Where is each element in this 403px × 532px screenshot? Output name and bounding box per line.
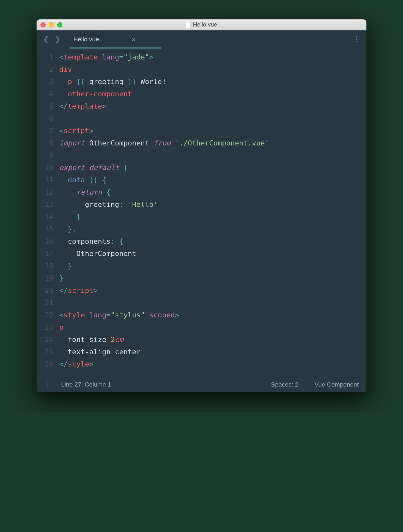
line-number: 2 — [37, 63, 53, 76]
document-icon — [186, 22, 191, 28]
code-line[interactable]: return { — [59, 186, 366, 198]
line-number: 16 — [37, 235, 53, 248]
line-number: 3 — [37, 76, 53, 88]
code-line[interactable]: text-align center — [59, 346, 366, 358]
code-line[interactable]: import OtherComponent from './OtherCompo… — [59, 137, 366, 149]
tab-active-indicator — [70, 48, 161, 48]
code-line[interactable] — [59, 112, 366, 125]
syntax-mode[interactable]: Vue Component — [314, 381, 359, 388]
window-title-text: Hello.vue — [193, 21, 217, 28]
code-line[interactable]: components: { — [59, 235, 366, 248]
tab-hello-vue[interactable]: Hello.vue × — [70, 30, 139, 48]
line-number: 23 — [37, 321, 53, 334]
indent-setting[interactable]: Spaces: 2 — [271, 381, 299, 388]
minimize-window-button[interactable] — [49, 22, 54, 27]
code-line[interactable]: p — [59, 321, 366, 334]
line-number: 9 — [37, 149, 53, 162]
code-line[interactable]: </script> — [59, 284, 366, 297]
code-content[interactable]: <template lang="jade">div p {{ greeting … — [59, 51, 366, 370]
code-line[interactable]: </style> — [59, 358, 366, 370]
code-line[interactable]: }, — [59, 223, 366, 235]
line-number: 10 — [37, 162, 53, 174]
line-number: 6 — [37, 112, 53, 125]
line-number: 26 — [37, 358, 53, 370]
line-number: 13 — [37, 198, 53, 211]
line-gutter: 1234567891011121314151617181920212223242… — [37, 51, 59, 370]
more-menu-icon[interactable]: ⋮ — [353, 35, 360, 44]
code-line[interactable]: greeting: 'Hello' — [59, 198, 366, 211]
code-line[interactable]: <script> — [59, 125, 366, 137]
tab-label: Hello.vue — [73, 36, 99, 43]
code-editor[interactable]: 1234567891011121314151617181920212223242… — [37, 48, 366, 377]
nav-arrows: ❮ ❯ — [43, 35, 60, 44]
tab-bar: ❮ ❯ Hello.vue × ⋮ — [37, 30, 366, 48]
line-number: 21 — [37, 297, 53, 309]
line-number: 11 — [37, 174, 53, 186]
status-more-icon[interactable]: ⋮ — [44, 380, 51, 389]
code-line[interactable]: data () { — [59, 174, 366, 186]
code-line[interactable]: div — [59, 63, 366, 76]
line-number: 1 — [37, 51, 53, 63]
code-line[interactable]: } — [59, 211, 366, 223]
code-line[interactable]: </template> — [59, 100, 366, 112]
code-line[interactable] — [59, 297, 366, 309]
line-number: 19 — [37, 272, 53, 284]
line-number: 12 — [37, 186, 53, 198]
code-line[interactable]: } — [59, 272, 366, 284]
code-line[interactable]: other-component — [59, 88, 366, 100]
line-number: 17 — [37, 248, 53, 260]
code-line[interactable]: font-size 2em — [59, 334, 366, 346]
titlebar: Hello.vue — [37, 19, 366, 30]
nav-back-icon[interactable]: ❮ — [43, 35, 49, 44]
code-line[interactable]: } — [59, 260, 366, 272]
code-line[interactable]: <template lang="jade"> — [59, 51, 366, 63]
zoom-window-button[interactable] — [57, 22, 62, 27]
code-line[interactable]: export default { — [59, 162, 366, 174]
line-number: 7 — [37, 125, 53, 137]
code-line[interactable] — [59, 149, 366, 162]
nav-forward-icon[interactable]: ❯ — [55, 35, 60, 44]
line-number: 14 — [37, 211, 53, 223]
line-number: 24 — [37, 334, 53, 346]
status-bar: ⋮ Line 27, Column 1 Spaces: 2 Vue Compon… — [37, 377, 366, 392]
editor-window: Hello.vue ❮ ❯ Hello.vue × ⋮ 123456789101… — [37, 19, 366, 392]
line-number: 20 — [37, 284, 53, 297]
tab-close-icon[interactable]: × — [131, 35, 136, 44]
traffic-lights — [40, 22, 62, 27]
line-number: 25 — [37, 346, 53, 358]
line-number: 18 — [37, 260, 53, 272]
line-number: 8 — [37, 137, 53, 149]
line-number: 15 — [37, 223, 53, 235]
cursor-position[interactable]: Line 27, Column 1 — [61, 381, 111, 388]
close-window-button[interactable] — [40, 22, 46, 27]
line-number: 4 — [37, 88, 53, 100]
code-line[interactable]: <style lang="stylus" scoped> — [59, 309, 366, 321]
code-line[interactable]: OtherComponent — [59, 248, 366, 260]
window-title: Hello.vue — [37, 21, 366, 28]
code-line[interactable]: p {{ greeting }} World! — [59, 76, 366, 88]
line-number: 22 — [37, 309, 53, 321]
line-number: 5 — [37, 100, 53, 112]
